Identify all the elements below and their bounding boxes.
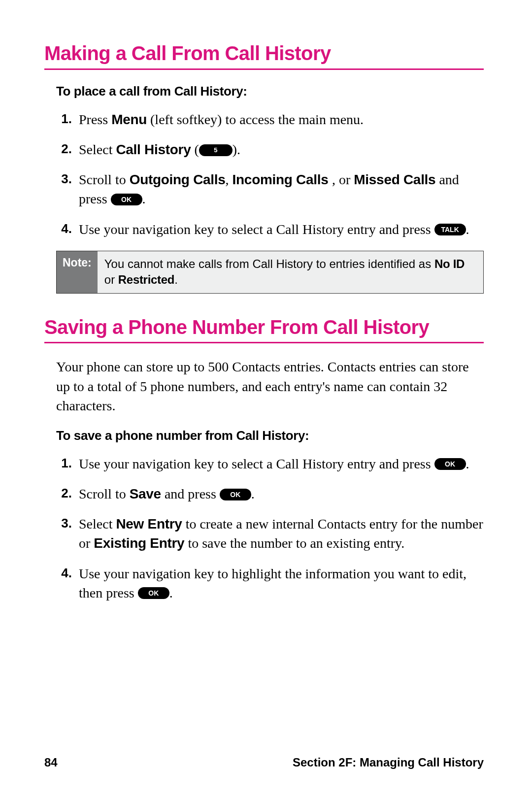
step-body: Scroll to Save and press OK. bbox=[79, 484, 484, 503]
step-body: Use your navigation key to highlight the… bbox=[79, 564, 484, 602]
steps-save-number: 1. Use your navigation key to select a C… bbox=[56, 454, 484, 602]
page-number: 84 bbox=[44, 756, 58, 769]
step-number: 1. bbox=[56, 454, 79, 472]
heading-saving-number: Saving a Phone Number From Call History bbox=[44, 315, 484, 344]
note-box: Note: You cannot make calls from Call Hi… bbox=[56, 251, 484, 294]
no-id-label: No ID bbox=[434, 257, 465, 270]
ok-key-icon: OK bbox=[220, 489, 251, 500]
subhead-place-call: To place a call from Call History: bbox=[56, 84, 484, 99]
step-body: Select Call History (5). bbox=[79, 140, 484, 159]
step-body: Select New Entry to create a new interna… bbox=[79, 514, 484, 553]
ok-key-icon: OK bbox=[111, 194, 142, 205]
step-number: 2. bbox=[56, 140, 79, 158]
heading-making-call: Making a Call From Call History bbox=[44, 41, 484, 70]
incoming-calls-label: Incoming Calls bbox=[233, 172, 332, 187]
step-4: 4. Use your navigation key to select a C… bbox=[56, 220, 484, 239]
step-number: 2. bbox=[56, 484, 79, 502]
step-1: 1. Use your navigation key to select a C… bbox=[56, 454, 484, 473]
step-1: 1. Press Menu (left softkey) to access t… bbox=[56, 110, 484, 129]
new-entry-label: New Entry bbox=[116, 516, 182, 532]
five-key-icon: 5 bbox=[199, 144, 233, 156]
intro-paragraph: Your phone can store up to 500 Contacts … bbox=[56, 357, 484, 415]
subhead-save-number: To save a phone number from Call History… bbox=[56, 428, 484, 443]
step-number: 4. bbox=[56, 220, 79, 237]
ok-key-icon: OK bbox=[434, 458, 466, 470]
existing-entry-label: Existing Entry bbox=[94, 535, 184, 551]
step-3: 3. Scroll to Outgoing Calls, Incoming Ca… bbox=[56, 170, 484, 208]
outgoing-calls-label: Outgoing Calls bbox=[130, 172, 226, 187]
step-number: 4. bbox=[56, 564, 79, 582]
step-2: 2. Select Call History (5). bbox=[56, 140, 484, 159]
step-number: 3. bbox=[56, 514, 79, 532]
restricted-label: Restricted bbox=[118, 273, 174, 286]
step-number: 1. bbox=[56, 110, 79, 128]
step-3: 3. Select New Entry to create a new inte… bbox=[56, 514, 484, 553]
step-body: Use your navigation key to select a Call… bbox=[79, 220, 484, 239]
section-title: Section 2F: Managing Call History bbox=[293, 756, 484, 769]
talk-key-icon: TALK bbox=[434, 224, 466, 235]
step-2: 2. Scroll to Save and press OK. bbox=[56, 484, 484, 503]
note-body: You cannot make calls from Call History … bbox=[98, 251, 483, 293]
step-body: Press Menu (left softkey) to access the … bbox=[79, 110, 484, 129]
step-body: Use your navigation key to select a Call… bbox=[79, 454, 484, 473]
step-4: 4. Use your navigation key to highlight … bbox=[56, 564, 484, 602]
ok-key-icon: OK bbox=[138, 587, 169, 599]
missed-calls-label: Missed Calls bbox=[354, 172, 435, 187]
save-label: Save bbox=[130, 486, 161, 501]
step-number: 3. bbox=[56, 170, 79, 188]
steps-place-call: 1. Press Menu (left softkey) to access t… bbox=[56, 110, 484, 239]
note-label: Note: bbox=[57, 251, 98, 293]
step-body: Scroll to Outgoing Calls, Incoming Calls… bbox=[79, 170, 484, 208]
page-footer: 84 Section 2F: Managing Call History bbox=[44, 756, 484, 769]
call-history-label: Call History bbox=[116, 142, 191, 157]
menu-key: Menu bbox=[111, 112, 147, 127]
